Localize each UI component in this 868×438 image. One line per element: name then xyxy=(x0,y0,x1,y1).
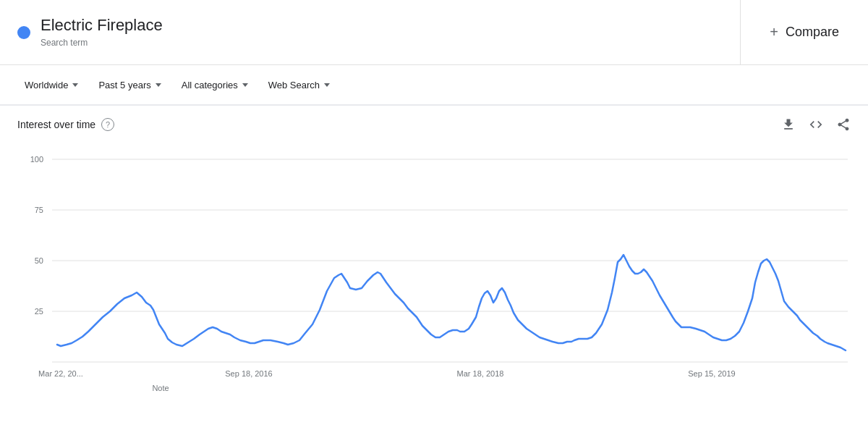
search-term-text: Electric Fireplace Search term xyxy=(41,16,163,48)
svg-text:25: 25 xyxy=(35,307,43,316)
categories-label: All categories xyxy=(182,80,238,90)
search-term-dot xyxy=(17,26,30,39)
search-type-filter[interactable]: Web Search xyxy=(261,75,337,95)
chart-actions xyxy=(781,117,851,132)
download-icon[interactable] xyxy=(781,117,796,132)
worldwide-label: Worldwide xyxy=(25,80,68,90)
categories-filter[interactable]: All categories xyxy=(174,75,255,95)
worldwide-chevron-icon xyxy=(72,83,78,87)
chart-area: Interest over time ? xyxy=(0,106,868,408)
share-icon[interactable] xyxy=(836,117,851,132)
compare-button[interactable]: + Compare xyxy=(741,0,868,64)
help-icon[interactable]: ? xyxy=(101,118,114,131)
categories-chevron-icon xyxy=(242,83,248,87)
svg-text:Sep 15, 2019: Sep 15, 2019 xyxy=(688,369,735,378)
worldwide-filter[interactable]: Worldwide xyxy=(17,75,85,95)
time-range-filter[interactable]: Past 5 years xyxy=(91,75,168,95)
chart-header: Interest over time ? xyxy=(17,117,851,132)
svg-text:Note: Note xyxy=(152,384,169,392)
time-range-label: Past 5 years xyxy=(98,80,150,90)
search-term-title: Electric Fireplace xyxy=(41,16,163,35)
chart-title-group: Interest over time ? xyxy=(17,118,114,131)
search-type-label: Web Search xyxy=(268,80,320,90)
svg-text:Sep 18, 2016: Sep 18, 2016 xyxy=(225,369,272,378)
search-term-type: Search term xyxy=(41,38,88,48)
chart-title: Interest over time xyxy=(17,119,95,130)
filter-bar: Worldwide Past 5 years All categories We… xyxy=(0,65,868,106)
embed-icon[interactable] xyxy=(809,117,823,132)
svg-text:75: 75 xyxy=(35,206,43,214)
compare-label: Compare xyxy=(786,25,839,40)
svg-text:50: 50 xyxy=(35,256,43,265)
svg-text:Mar 18, 2018: Mar 18, 2018 xyxy=(457,369,504,378)
compare-plus-icon: + xyxy=(770,24,778,41)
time-range-chevron-icon xyxy=(156,83,161,87)
svg-text:Mar 22, 20...: Mar 22, 20... xyxy=(38,369,83,378)
svg-text:100: 100 xyxy=(30,155,43,164)
search-type-chevron-icon xyxy=(324,83,330,87)
search-term-section: Electric Fireplace Search term xyxy=(0,0,741,64)
trend-chart: 100 75 50 25 Mar 22, 20... Sep 18, 2016 … xyxy=(17,138,851,405)
chart-wrapper: 100 75 50 25 Mar 22, 20... Sep 18, 2016 … xyxy=(17,138,851,408)
